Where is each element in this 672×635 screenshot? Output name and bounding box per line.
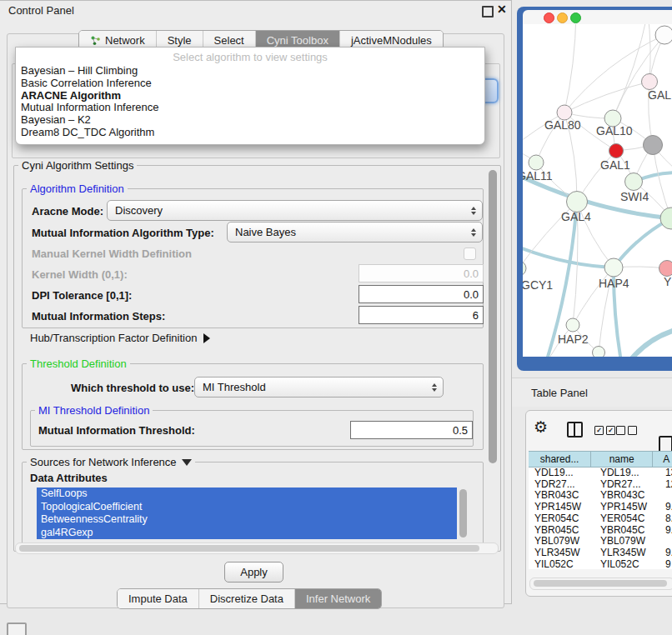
column-header[interactable]: A (653, 451, 672, 468)
tab-infer-network[interactable]: Infer Network (294, 589, 381, 608)
sources-group-title: Sources for Network Inference (30, 456, 177, 468)
window-minimize-button[interactable] (557, 12, 568, 23)
close-panel-button[interactable]: ✕ (497, 4, 507, 14)
node-label: GAL (648, 88, 671, 102)
column-header[interactable]: name (591, 451, 653, 468)
table-cell: YDR27... (594, 479, 659, 491)
table-cell: YBR043C (594, 490, 659, 502)
table-row[interactable]: YBR045CYBR045C9. (529, 525, 672, 537)
aracne-mode-combo[interactable]: Discovery (107, 200, 483, 221)
network-edge[interactable] (564, 82, 649, 112)
mi-threshold-field[interactable]: 0.5 (350, 421, 473, 439)
mi-type-combo[interactable]: Naive Bayes (227, 222, 483, 242)
table-row[interactable]: YPR145WYPR145W9. (529, 502, 672, 513)
stepper-icon (471, 228, 476, 237)
kernel-width-field[interactable]: 0.0 (359, 264, 484, 282)
algorithm-option[interactable]: ARACNE Algorithm (16, 90, 484, 102)
window-close-button[interactable] (544, 12, 554, 23)
data-attribute-item[interactable]: TopologicalCoefficient (37, 501, 457, 514)
table-row[interactable]: YLR345WYLR345W9. (529, 548, 672, 559)
network-node-hap4[interactable] (604, 258, 623, 277)
network-window-titlebar (523, 10, 672, 25)
table-cell: YLR345W (529, 548, 594, 559)
network-canvas[interactable]: GALGAL80GAL10GAL1GAL11SWI4GAL4HAP4YGCY1H… (523, 24, 672, 357)
app-background: Control Panel ✕ Network Style Select Cyn… (0, 0, 672, 635)
network-node[interactable] (644, 136, 663, 155)
table-panel-titlebar: Table Panel (512, 378, 672, 407)
table-cell: YER054C (529, 513, 594, 525)
which-threshold-combo[interactable]: MI Threshold (194, 377, 444, 398)
network-node-hap2[interactable] (566, 318, 579, 332)
table-row[interactable]: YDL19...YDL19...13 (529, 468, 672, 479)
mi-threshold-label: Mutual Information Threshold: (38, 424, 195, 437)
settings-vertical-scrollbar[interactable] (489, 170, 497, 463)
data-attribute-item[interactable]: SelfLoops (37, 488, 457, 501)
network-node-gal4[interactable] (567, 192, 588, 212)
manual-kernel-label: Manual Kernel Width Definition (32, 248, 192, 260)
network-edge-thick[interactable] (614, 218, 671, 268)
table-cell: YPR145W (594, 502, 659, 513)
tab-impute-data[interactable]: Impute Data (118, 589, 198, 608)
deselect-all-columns-icon[interactable] (616, 426, 637, 435)
kernel-width-label: Kernel Width (0,1): (32, 268, 128, 281)
network-node-gal[interactable] (642, 74, 658, 90)
attributes-list-scrollbar[interactable] (459, 489, 467, 538)
algorithm-option[interactable]: Mutual Information Inference (16, 102, 484, 114)
algorithm-option[interactable]: Dream8 DC_TDC Algorithm (16, 127, 484, 139)
network-node[interactable] (593, 347, 605, 358)
table-cell: 9. (659, 525, 672, 537)
dock-panel-button[interactable] (7, 622, 27, 635)
settings-gear-icon[interactable]: ⚙ (534, 420, 548, 435)
select-all-columns-icon[interactable]: ✓✓ (594, 426, 615, 435)
settings-horizontal-scrollbar[interactable] (15, 542, 499, 554)
network-node[interactable] (655, 26, 672, 44)
network-edge[interactable] (613, 35, 664, 118)
mi-type-label: Mutual Information Algorithm Type: (32, 227, 214, 239)
dpi-tolerance-field[interactable]: 0.0 (359, 285, 484, 303)
network-node-swi4[interactable] (625, 173, 643, 191)
network-node-y[interactable] (659, 261, 672, 277)
column-header[interactable]: shared... (529, 451, 591, 468)
data-attribute-item[interactable]: BetweennessCentrality (37, 513, 457, 527)
mi-threshold-group-title: MI Threshold Definition (35, 404, 153, 417)
data-attribute-item[interactable]: gal4RGexp (37, 527, 457, 540)
algorithm-dropdown-list: Bayesian – Hill ClimbingBasic Correlatio… (16, 65, 484, 139)
table-row[interactable]: YIL052CYIL052C9 (529, 559, 672, 569)
window-zoom-button[interactable] (570, 12, 581, 23)
table-cell (659, 490, 672, 502)
table-cell: YBR045C (594, 525, 659, 537)
mi-steps-field[interactable]: 6 (359, 306, 484, 324)
table-row[interactable]: YER054CYER054C8. (529, 513, 672, 525)
network-node-gal11[interactable] (529, 155, 544, 170)
network-edge[interactable] (613, 24, 648, 118)
table-cell: 12 (659, 479, 672, 491)
tab-label: Infer Network (306, 592, 370, 605)
algorithm-option[interactable]: Bayesian – Hill Climbing (16, 65, 484, 78)
network-edge-thick[interactable] (623, 329, 672, 357)
table-row[interactable]: YBR043CYBR043C (529, 490, 672, 502)
table-scroll-thumb[interactable] (534, 580, 667, 587)
apply-button[interactable]: Apply (224, 562, 283, 582)
hub-factor-expander[interactable]: Hub/Transcription Factor Definition (30, 332, 210, 344)
tab-discretize-data[interactable]: Discretize Data (198, 589, 294, 608)
node-label: GAL4 (561, 210, 591, 223)
algorithm-option[interactable]: Bayesian – K2 (16, 114, 484, 127)
network-edge[interactable] (564, 24, 576, 112)
node-label: HAP2 (558, 332, 589, 346)
node-label: HAP4 (599, 277, 629, 290)
columns-icon[interactable] (567, 422, 583, 438)
sources-group-title-row[interactable]: Sources for Network Inference (27, 456, 195, 468)
table-row[interactable]: YDR27...YDR27...12 (529, 479, 672, 491)
tab-label: Cyni Toolbox (267, 34, 328, 47)
float-panel-button[interactable] (482, 6, 494, 18)
table-horizontal-scrollbar[interactable] (529, 578, 672, 590)
network-node-gcy1[interactable] (523, 261, 526, 276)
network-node-gal1[interactable] (609, 144, 624, 158)
table-row[interactable]: YBL079WYBL079W (529, 536, 672, 548)
tab-label: Select (214, 34, 244, 47)
network-node[interactable] (660, 208, 672, 229)
horizontal-scroll-thumb[interactable] (19, 545, 479, 552)
table-cell: 8. (659, 513, 672, 525)
algorithm-option[interactable]: Basic Correlation Inference (16, 78, 484, 90)
manual-kernel-checkbox[interactable] (464, 248, 476, 260)
